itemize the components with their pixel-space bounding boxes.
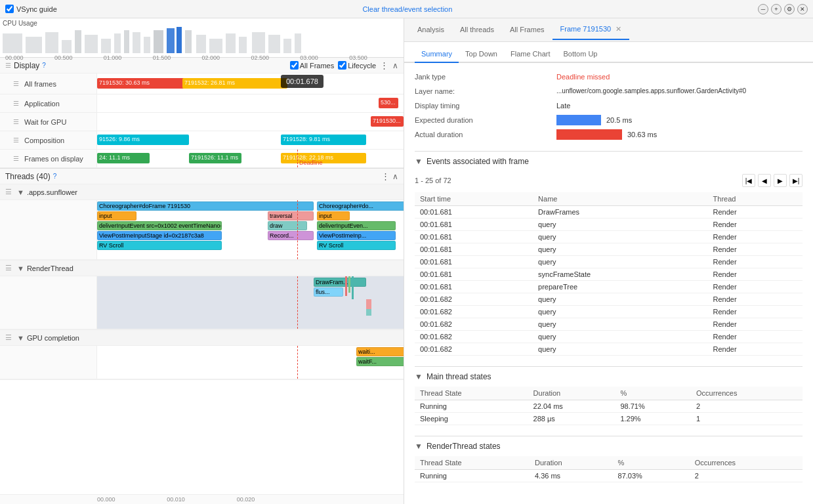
event-thread: Render (708, 306, 803, 318)
event-row[interactable]: 00:01.681DrawFramesRender (415, 206, 803, 219)
flame-deliver-1[interactable]: deliverInputEvent src=0x1002 eventTimeNa… (97, 221, 222, 230)
last-page-button[interactable]: ▶| (789, 174, 803, 187)
flame-flush[interactable]: flus... (314, 287, 343, 297)
render-thread-section: ▼ RenderThread states Thread State Durat… (415, 442, 803, 482)
fod-bar-1[interactable]: 24: 11.1 ms (97, 153, 150, 163)
expand-render[interactable]: ▼ (17, 264, 24, 272)
comp-bar-2[interactable]: 7191528: 9.81 ms (281, 135, 366, 145)
flame-rvscroll-1[interactable]: RV Scroll (97, 241, 222, 250)
tab-close-icon[interactable]: ✕ (615, 25, 621, 33)
mts-col-state: Thread State (415, 387, 528, 400)
render-vert-3 (352, 276, 354, 299)
wait-gpu-content[interactable]: 7191530... (97, 113, 404, 131)
tab-frame-7191530[interactable]: Frame 7191530 ✕ (552, 20, 630, 40)
event-row[interactable]: 00:01.681queryRender (415, 243, 803, 256)
prev-page-button[interactable]: ◀ (758, 174, 771, 187)
mark-7: 03.500 (349, 54, 398, 61)
flame-drawframes[interactable]: DrawFram... (314, 278, 366, 287)
comp-bar-1[interactable]: 91526: 9.86 ms (97, 135, 189, 145)
window-controls: ─ + ⚙ ✕ (758, 4, 808, 14)
sunflower-track: Choreographer#doFrame 7191530 Choreograp… (0, 200, 404, 260)
events-title-text: Events associated with frame (427, 157, 529, 166)
threads-help-icon[interactable]: ? (53, 173, 57, 180)
render-block-1 (366, 299, 371, 309)
frame-bar-7191532[interactable]: 7191532: 26.81 ms (182, 78, 287, 89)
rts-col-occ: Occurrences (690, 456, 803, 470)
layer-name-value: ...unflower/com.google.samples.apps.sunf… (556, 85, 803, 97)
render-group-header[interactable]: ☰ ▼ RenderThread (0, 261, 404, 276)
sunflower-track-content[interactable]: Choreographer#doFrame 7191530 Choreograp… (97, 200, 404, 259)
sunflower-group-header[interactable]: ☰ ▼ .apps.sunflower (0, 184, 404, 200)
drag-handle-display: ☰ (5, 62, 11, 69)
event-row[interactable]: 00:01.682queryRender (415, 343, 803, 356)
event-row[interactable]: 00:01.681queryRender (415, 219, 803, 231)
fod-bar-2[interactable]: 7191526: 11.1 ms (189, 153, 241, 163)
gpu-track-content[interactable]: waiti... waitF... (97, 346, 404, 379)
render-thread-expand-icon[interactable]: ▼ (415, 442, 423, 451)
composition-content[interactable]: 91526: 9.86 ms 7191528: 9.81 ms (97, 131, 404, 149)
gpu-frame-bar[interactable]: 7191530... (371, 116, 404, 127)
close-button[interactable]: ✕ (797, 4, 808, 14)
expand-sunflower[interactable]: ▼ (17, 188, 24, 196)
flame-record[interactable]: Record... (268, 231, 314, 240)
minimize-button[interactable]: ─ (758, 4, 768, 14)
sub-tab-top-down[interactable]: Top Down (459, 46, 504, 63)
flame-waitf[interactable]: waitF... (356, 357, 404, 366)
frames-display-content[interactable]: 24: 11.1 ms 7191526: 11.1 ms 7191528: 22… (97, 150, 404, 167)
flame-choreographer-2[interactable]: Choreographer#do... (317, 201, 404, 211)
first-page-button[interactable]: |◀ (742, 174, 755, 187)
flame-input-2[interactable]: input (317, 211, 350, 220)
display-help-icon[interactable]: ? (42, 62, 46, 69)
event-row[interactable]: 00:01.682queryRender (415, 306, 803, 318)
event-row[interactable]: 00:01.682queryRender (415, 331, 803, 343)
sub-tab-bottom-up[interactable]: Bottom Up (557, 46, 604, 63)
main-thread-expand-icon[interactable]: ▼ (415, 372, 423, 381)
flame-input-1[interactable]: input (97, 211, 136, 220)
flame-waiti[interactable]: waiti... (356, 347, 404, 356)
flame-draw[interactable]: draw (268, 221, 307, 230)
gpu-group-header[interactable]: ☰ ▼ GPU completion (0, 330, 404, 346)
frames-display-label: Frames on display (24, 155, 83, 163)
event-row[interactable]: 00:01.681syncFrameStateRender (415, 268, 803, 281)
mts-state: Running (415, 400, 528, 413)
next-page-button[interactable]: ▶ (774, 174, 787, 187)
flame-rvscroll-2[interactable]: RV Scroll (317, 241, 396, 250)
event-row[interactable]: 00:01.682queryRender (415, 293, 803, 306)
flame-traversal[interactable]: traversal (268, 211, 314, 220)
event-thread: Render (708, 343, 803, 356)
event-row[interactable]: 00:01.682queryRender (415, 318, 803, 331)
sub-tab-flame-chart[interactable]: Flame Chart (504, 46, 557, 63)
mark-5: 02.500 (251, 54, 300, 61)
bottom-timeline: 00.000 00.010 00.020 (0, 494, 404, 504)
event-row[interactable]: 00:01.681queryRender (415, 231, 803, 243)
deadline-line-thread (297, 200, 298, 259)
threads-menu-button[interactable]: ⋮ (381, 171, 390, 181)
fod-bar-3[interactable]: 7191528: 22.18 ms (281, 153, 366, 163)
svg-rect-5 (85, 35, 98, 53)
threads-collapse-button[interactable]: ∧ (392, 171, 398, 181)
event-row[interactable]: 00:01.681prepareTreeRender (415, 281, 803, 293)
flame-deliver-2[interactable]: deliverInputEven... (317, 221, 396, 230)
application-content[interactable]: 530... (97, 94, 404, 112)
clear-thread-button[interactable]: Clear thread/event selection (362, 5, 452, 13)
all-frames-content[interactable]: 7191530: 30.63 ms 7191532: 26.81 ms 00:0… (97, 74, 404, 94)
render-group-label: RenderThread (27, 264, 73, 272)
tab-all-frames[interactable]: All Frames (502, 20, 552, 40)
expected-duration-label: Expected duration (415, 114, 546, 126)
tab-analysis[interactable]: Analysis (409, 20, 452, 40)
flame-viewpost-1[interactable]: ViewPostImeInputStage id=0x2187c3a8 (97, 231, 222, 240)
tab-all-threads[interactable]: All threads (452, 20, 502, 40)
vsync-checkbox[interactable] (5, 5, 14, 13)
settings-button[interactable]: ⚙ (784, 4, 795, 14)
sub-tab-summary[interactable]: Summary (415, 46, 459, 63)
expand-gpu[interactable]: ▼ (17, 334, 24, 342)
maximize-button[interactable]: + (771, 4, 782, 14)
render-track-content[interactable]: DrawFram... flus... (97, 276, 404, 329)
flame-viewpost-2[interactable]: ViewPostImeInp... (317, 231, 396, 240)
events-expand-icon[interactable]: ▼ (415, 157, 423, 166)
mts-col-duration: Duration (528, 387, 615, 400)
app-frame-bar[interactable]: 530... (379, 98, 398, 108)
flame-choreographer-1[interactable]: Choreographer#doFrame 7191530 (97, 201, 314, 211)
event-name: query (533, 219, 707, 231)
event-row[interactable]: 00:01.681queryRender (415, 256, 803, 268)
